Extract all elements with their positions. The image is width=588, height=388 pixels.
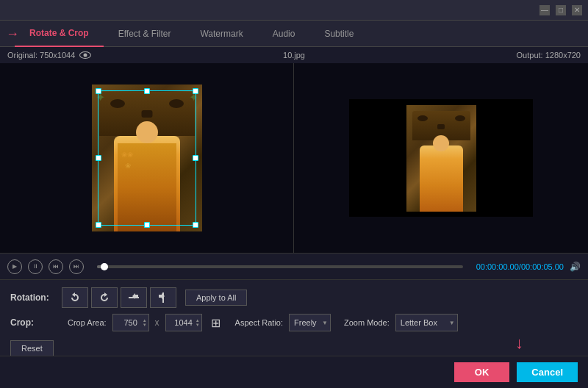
title-bar: — □ ✕ — [0, 0, 588, 21]
spin-down-width[interactable]: ▼ — [143, 323, 147, 327]
tab-arrow-indicator: → — [6, 26, 19, 41]
tab-subtitle[interactable]: Subtitle — [309, 21, 368, 47]
zoom-mode-label: Zoom Mode: — [344, 318, 390, 327]
cancel-button[interactable]: Cancel — [517, 362, 578, 382]
tab-audio[interactable]: Audio — [258, 21, 310, 47]
aspect-ratio-wrapper: Freely 16:9 4:3 1:1 9:16 — [289, 314, 331, 331]
time-display: 00:00:00.00/00:00:05.00 — [476, 262, 564, 271]
aspect-ratio-label: Aspect Ratio: — [235, 318, 283, 327]
rotate-left-button[interactable] — [62, 287, 88, 308]
flip-horizontal-button[interactable] — [121, 287, 147, 308]
spin-down-height[interactable]: ▼ — [196, 323, 200, 327]
timeline-thumb[interactable] — [101, 263, 108, 270]
ok-button[interactable]: OK — [454, 362, 510, 382]
crop-resize-icon: ⊞ — [211, 316, 220, 330]
preview-area: Original: 750x1044 10.jpg Output: 1280x7… — [0, 47, 588, 253]
crop-handle-ml[interactable] — [96, 155, 101, 161]
playback-bar: ▶ ⏸ ⏮ ⏭ 00:00:00.00/00:00:05.00 🔊 — [0, 253, 588, 279]
visibility-icon[interactable] — [79, 51, 91, 59]
reset-button[interactable]: Reset — [10, 340, 54, 356]
crop-height-spinbox[interactable]: ▲ ▼ — [165, 314, 202, 331]
original-image: ✦ ✦ ❀❀ ❀ — [92, 85, 202, 231]
filename-label: 10.jpg — [283, 51, 305, 60]
dimension-separator: x — [155, 317, 159, 328]
spinbox-arrows-width: ▲ ▼ — [143, 315, 147, 331]
crop-label: Crop: — [10, 317, 62, 328]
play-button[interactable]: ▶ — [7, 259, 22, 274]
spinbox-arrows-height: ▲ ▼ — [196, 315, 200, 331]
preview-info-bar: Original: 750x1044 10.jpg Output: 1280x7… — [0, 47, 588, 63]
flip-h-icon — [128, 292, 140, 303]
reset-row: Reset — [10, 336, 578, 356]
tab-effect-filter[interactable]: Effect & Filter — [104, 21, 186, 47]
original-image-container: ✦ ✦ ❀❀ ❀ — [92, 85, 202, 231]
output-label: Output: 1280x720 — [517, 51, 581, 60]
tab-watermark[interactable]: Watermark — [185, 21, 257, 47]
tab-bar: → Rotate & Crop Effect & Filter Watermar… — [0, 21, 588, 47]
flip-v-icon — [157, 292, 169, 303]
crop-row: Crop: Crop Area: ▲ ▼ x ▲ ▼ ⊞ Aspect Rati… — [10, 314, 578, 331]
flip-vertical-button[interactable] — [150, 287, 176, 308]
close-button[interactable]: ✕ — [572, 5, 582, 15]
apply-to-all-button[interactable]: Apply to All — [185, 290, 247, 306]
next-frame-button[interactable]: ⏭ — [69, 259, 84, 274]
rotate-left-icon — [69, 292, 81, 303]
tab-rotate-crop[interactable]: Rotate & Crop — [15, 21, 104, 47]
controls-area: Rotation: Apply to All Cr — [0, 279, 588, 364]
output-image — [349, 99, 533, 217]
crop-width-spinbox[interactable]: ▲ ▼ — [112, 314, 149, 331]
preview-right — [294, 47, 588, 253]
rotate-right-icon — [98, 292, 110, 303]
action-bar: OK Cancel — [0, 356, 588, 388]
zoom-mode-select[interactable]: Letter Box Pan & Scan Full — [395, 314, 458, 331]
ok-arrow-indicator: ↓ — [515, 334, 523, 353]
aspect-ratio-select[interactable]: Freely 16:9 4:3 1:1 9:16 — [289, 314, 331, 331]
zoom-mode-wrapper: Letter Box Pan & Scan Full — [395, 314, 458, 331]
rotation-label: Rotation: — [10, 292, 62, 303]
original-label: Original: 750x1044 — [7, 51, 75, 60]
prev-frame-button[interactable]: ⏮ — [49, 259, 63, 274]
crop-handle-mr[interactable] — [193, 155, 198, 161]
volume-icon[interactable]: 🔊 — [570, 262, 581, 272]
timeline-track[interactable] — [97, 265, 463, 268]
crop-handle-bl[interactable] — [96, 222, 101, 228]
minimize-button[interactable]: — — [539, 5, 550, 15]
crop-area-label: Crop Area: — [68, 318, 107, 327]
output-image-container — [349, 99, 533, 217]
rotation-row: Rotation: Apply to All — [10, 287, 578, 308]
preview-left: ✦ ✦ ❀❀ ❀ — [0, 47, 294, 253]
crop-handle-br[interactable] — [193, 222, 198, 228]
pause-button[interactable]: ⏸ — [28, 259, 43, 274]
maximize-button[interactable]: □ — [556, 5, 566, 15]
rotate-right-button[interactable] — [91, 287, 118, 308]
